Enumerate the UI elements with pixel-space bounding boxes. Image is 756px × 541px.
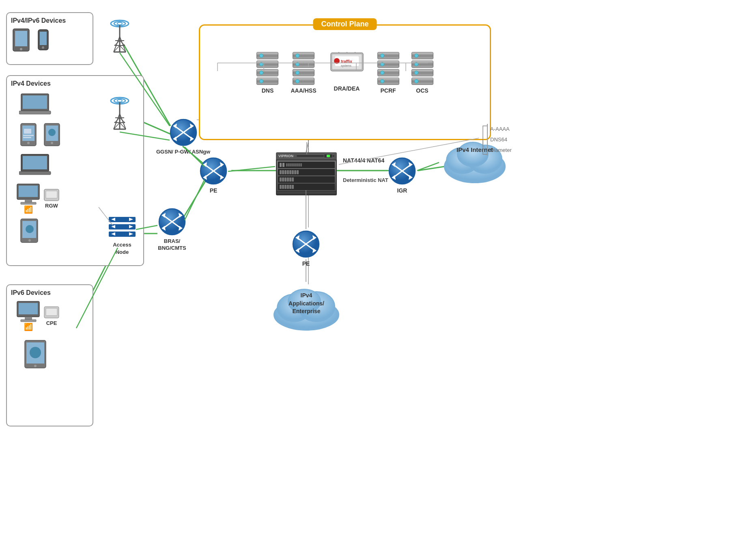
ocs-node: OCS	[411, 52, 433, 94]
tablet2-icon	[19, 123, 39, 149]
ggsn-icon	[169, 118, 198, 147]
svg-point-40	[51, 142, 53, 144]
svg-point-65	[30, 347, 41, 358]
svg-rect-51	[46, 191, 57, 198]
svg-rect-24	[15, 31, 27, 46]
igr-label: IGR	[397, 187, 407, 194]
svg-rect-59	[21, 320, 36, 322]
cpe-label: CPE	[46, 320, 57, 326]
svg-rect-57	[19, 303, 38, 314]
svg-rect-30	[23, 95, 47, 109]
laptop2-icon	[19, 153, 52, 177]
dns-label: DNS	[262, 87, 274, 94]
svg-point-64	[34, 365, 37, 367]
ggsn-label: GGSN/ P-GW/ ASNgw	[156, 149, 210, 156]
access-node-label: AccessNode	[113, 241, 131, 256]
svg-point-68	[117, 22, 122, 25]
det-nat-label: Deterministic NAT	[343, 177, 388, 184]
annotation-a-aaaa: A-AAAA	[490, 126, 510, 132]
dra-dea-icon: traffix systems	[329, 52, 365, 84]
tower1-icon	[106, 16, 134, 53]
svg-text:traffix: traffix	[341, 59, 352, 64]
igr-node: IGR	[388, 156, 417, 194]
ipv4-title: IPv4 Devices	[11, 80, 139, 87]
laptop-icon	[19, 93, 52, 117]
svg-rect-44	[19, 171, 51, 175]
phone-icon	[37, 28, 51, 56]
pe1-icon	[199, 156, 228, 186]
dra-dea-node: traffix systems DRA/DEA	[329, 52, 365, 94]
pe2-label: PE	[302, 260, 310, 267]
svg-point-54	[28, 239, 31, 242]
svg-rect-27	[40, 32, 47, 45]
svg-point-28	[42, 46, 44, 49]
pe2-icon	[291, 229, 321, 259]
svg-line-78	[120, 41, 125, 45]
pcrf-label: PCRF	[380, 87, 396, 94]
svg-text:systems: systems	[341, 64, 351, 67]
tower1-node	[106, 16, 134, 53]
control-plane-title: Control Plane	[313, 18, 377, 30]
svg-line-84	[114, 114, 120, 129]
svg-point-34	[27, 142, 30, 144]
svg-rect-36	[23, 135, 34, 136]
tablet-icon	[11, 28, 33, 56]
rgw-label: RGW	[45, 203, 58, 209]
bracket-brace	[479, 124, 489, 156]
svg-point-81	[117, 100, 122, 102]
viprion-brand: VIPRION	[278, 154, 293, 158]
ipv4-ipv6-devices	[11, 28, 88, 56]
svg-line-90	[114, 118, 120, 123]
svg-rect-31	[19, 111, 51, 114]
dns-node: DNS	[256, 52, 278, 94]
tablet5-icon	[23, 340, 50, 370]
desktop-icon	[15, 183, 41, 207]
svg-point-41	[48, 129, 56, 136]
svg-rect-48	[21, 202, 36, 204]
svg-point-25	[20, 48, 22, 50]
access-node-icon	[108, 215, 136, 240]
svg-line-91	[120, 118, 125, 123]
nat-label: NAT44/4 NAT64	[343, 156, 384, 165]
svg-point-55	[26, 225, 34, 233]
rgw-icon	[44, 189, 59, 202]
svg-rect-35	[24, 129, 31, 134]
tower2-icon	[106, 93, 134, 130]
bras-node: BRAS/BNG/CMTS	[157, 207, 187, 252]
annotation-dns64: DNS64	[490, 136, 507, 143]
ipv4-apps-label: IPv4Applications/Enterprise	[268, 292, 345, 316]
cpe-icon	[44, 306, 59, 319]
bras-icon	[157, 207, 187, 236]
pe1-label: PE	[210, 187, 218, 194]
tablet3-icon	[43, 123, 63, 149]
annotation-diameter: Diameter	[490, 147, 512, 153]
svg-line-173	[306, 142, 308, 152]
ipv4-ipv6-title: IPv4/IPv6 Devices	[11, 17, 88, 24]
ocs-label: OCS	[416, 87, 428, 94]
desktop2-icon	[15, 301, 41, 324]
svg-line-71	[114, 37, 120, 52]
svg-line-77	[114, 41, 120, 45]
pcrf-node: PCRF	[377, 52, 399, 94]
igr-icon	[388, 156, 417, 186]
dra-dea-label: DRA/DEA	[334, 85, 360, 92]
wifi-symbol: 📶	[24, 205, 33, 214]
ipv4-apps-node: IPv4Applications/Enterprise	[268, 280, 345, 333]
svg-rect-46	[19, 186, 38, 197]
network-diagram: IPv4/IPv6 Devices IPv4 Devices	[0, 0, 756, 541]
pe1-node: PE	[199, 156, 228, 194]
svg-rect-37	[23, 137, 31, 138]
svg-rect-61	[46, 308, 57, 316]
wifi2-symbol: 📶	[24, 322, 33, 331]
bras-label: BRAS/BNG/CMTS	[158, 238, 186, 252]
svg-rect-43	[23, 156, 47, 169]
tower2-node	[106, 93, 134, 130]
annotation-bracket: A-AAAA DNS64 Diameter	[487, 124, 512, 156]
svg-line-159	[417, 162, 439, 171]
svg-line-72	[120, 37, 126, 52]
access-node-node: AccessNode	[108, 215, 136, 256]
ipv6-title: IPv6 Devices	[11, 289, 88, 296]
control-plane-box: Control Plane DNS	[199, 24, 491, 140]
svg-line-85	[120, 114, 126, 129]
aaa-hss-node: AAA/HSS	[291, 52, 316, 94]
